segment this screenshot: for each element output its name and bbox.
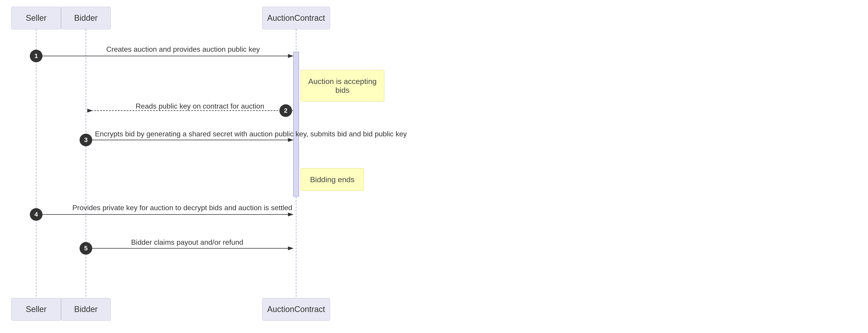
msg5-label: Bidder claims payout and/or refund: [131, 238, 243, 246]
actor-bidder-top: Bidder: [61, 7, 111, 29]
msg4-label: Provides private key for auction to decr…: [72, 204, 292, 212]
actor-seller-bottom: Seller: [11, 298, 61, 321]
actor-bidder-bottom: Bidder: [61, 298, 111, 321]
msg3-label: Encrypts bid by generating a shared secr…: [95, 130, 407, 138]
step2-circle: 2: [279, 104, 292, 117]
sequence-diagram: Seller Bidder AuctionContract Seller Bid…: [0, 0, 868, 333]
svg-rect-5: [293, 52, 299, 196]
msg2-label: Reads public key on contract for auction: [135, 102, 264, 110]
step1-circle: 1: [30, 50, 42, 62]
step5-circle: 5: [80, 242, 92, 255]
note-bidding-ends: Bidding ends: [301, 168, 364, 191]
msg1-label: Creates auction and provides auction pub…: [106, 45, 260, 54]
actor-auction-top: AuctionContract: [262, 7, 330, 29]
step3-circle: 3: [80, 134, 92, 146]
step4-circle: 4: [30, 208, 42, 221]
actor-auction-bottom: AuctionContract: [262, 298, 330, 321]
actor-seller-top: Seller: [11, 7, 61, 29]
note-accepting-bids: Auction is accepting bids: [301, 70, 384, 102]
